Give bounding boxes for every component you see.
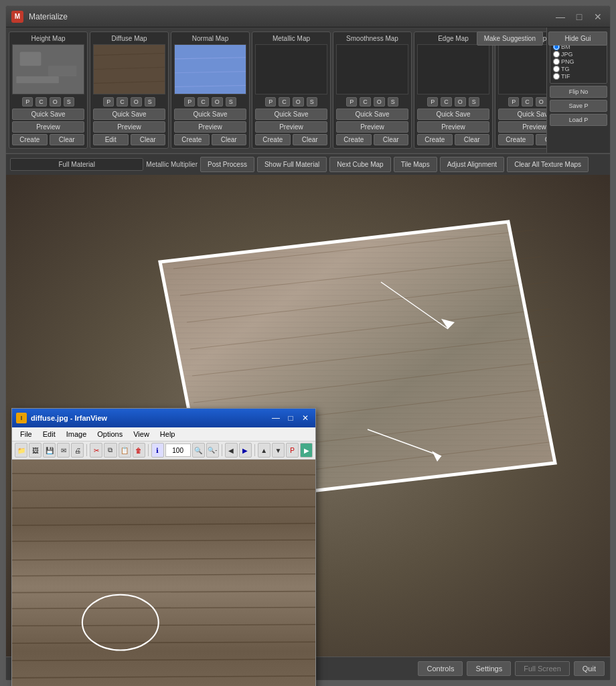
ao-create-btn[interactable]: Create: [498, 134, 534, 145]
ao-preview-btn[interactable]: Preview: [498, 121, 546, 133]
adjust-alignment-btn[interactable]: Adjust Alignment: [440, 157, 505, 172]
edge-create-btn[interactable]: Create: [417, 134, 453, 145]
height-quicksave-btn[interactable]: Quick Save: [12, 109, 84, 120]
format-tif-radio[interactable]: [553, 73, 560, 80]
ao-clear-btn[interactable]: Clear: [536, 134, 547, 145]
tile-maps-btn[interactable]: Tile Maps: [394, 157, 437, 172]
make-suggestion-button[interactable]: Make Suggestion: [477, 31, 543, 46]
iv-slideshow-btn[interactable]: ▶: [300, 443, 313, 458]
quit-btn[interactable]: Quit: [574, 661, 605, 676]
smoothness-clear-btn[interactable]: Clear: [374, 134, 409, 145]
iv-cut-btn[interactable]: ✂: [90, 443, 102, 458]
normal-clear-btn[interactable]: Clear: [212, 134, 247, 145]
ao-o-btn[interactable]: O: [536, 97, 546, 107]
full-screen-btn[interactable]: Full Screen: [515, 661, 570, 676]
ao-c-btn[interactable]: C: [522, 97, 533, 107]
iv-up-btn[interactable]: ▲: [258, 443, 271, 458]
format-tga-radio[interactable]: [553, 66, 560, 72]
maximize-button[interactable]: □: [572, 10, 586, 23]
irfanview-menu-edit[interactable]: Edit: [37, 429, 61, 439]
diffuse-edit-btn[interactable]: Edit: [93, 134, 129, 145]
iv-print-btn[interactable]: 🖨: [71, 443, 84, 458]
irfanview-menu-image[interactable]: Image: [61, 429, 92, 439]
post-process-btn[interactable]: Post Process: [200, 157, 254, 172]
edge-quicksave-btn[interactable]: Quick Save: [417, 109, 489, 120]
smoothness-p-btn[interactable]: P: [346, 97, 357, 107]
iv-zoom-out-btn[interactable]: 🔍-: [206, 443, 219, 458]
edge-preview-btn[interactable]: Preview: [417, 121, 489, 133]
normal-create-btn[interactable]: Create: [174, 134, 210, 145]
iv-email-btn[interactable]: ✉: [57, 443, 70, 458]
format-png-label[interactable]: PNG: [553, 58, 604, 65]
irfanview-menu-help[interactable]: Help: [155, 429, 181, 439]
metallic-o-btn[interactable]: O: [293, 97, 304, 107]
diffuse-preview-btn[interactable]: Preview: [93, 121, 165, 133]
irfanview-menu-options[interactable]: Options: [92, 429, 128, 439]
height-c-btn[interactable]: C: [35, 97, 47, 107]
iv-zoom-in-btn[interactable]: 🔍: [192, 443, 205, 458]
iv-down-btn[interactable]: ▼: [272, 443, 285, 458]
flip-normal-btn[interactable]: Flip No: [550, 86, 607, 98]
iv-prev-btn[interactable]: ◀: [225, 443, 238, 458]
settings-btn[interactable]: Settings: [467, 661, 511, 676]
smoothness-s-btn[interactable]: S: [388, 97, 398, 107]
normal-s-btn[interactable]: S: [226, 97, 236, 107]
controls-btn[interactable]: Controls: [418, 661, 463, 676]
irfanview-restore-btn[interactable]: □: [285, 412, 297, 424]
diffuse-quicksave-btn[interactable]: Quick Save: [93, 109, 165, 120]
iv-rotate-cw-btn[interactable]: P: [286, 443, 299, 458]
edge-o-btn[interactable]: O: [455, 97, 466, 107]
diffuse-s-btn[interactable]: S: [145, 97, 155, 107]
irfanview-minimize-btn[interactable]: —: [270, 412, 282, 424]
clear-all-texture-maps-btn[interactable]: Clear All Texture Maps: [507, 157, 589, 172]
diffuse-clear-btn[interactable]: Clear: [131, 134, 166, 145]
smoothness-c-btn[interactable]: C: [360, 97, 371, 107]
diffuse-p-btn[interactable]: P: [103, 97, 114, 107]
format-jpg-label[interactable]: JPG: [553, 51, 604, 58]
height-create-btn[interactable]: Create: [12, 134, 48, 145]
iv-save-btn[interactable]: 💾: [43, 443, 56, 458]
smoothness-quicksave-btn[interactable]: Quick Save: [336, 109, 408, 120]
format-tga-label[interactable]: TG: [553, 66, 604, 72]
irfanview-close-btn[interactable]: ✕: [299, 412, 311, 424]
edge-p-btn[interactable]: P: [427, 97, 438, 107]
metallic-quicksave-btn[interactable]: Quick Save: [255, 109, 327, 120]
show-full-material-btn[interactable]: Show Full Material: [257, 157, 327, 172]
ao-p-btn[interactable]: P: [508, 97, 519, 107]
normal-preview-btn[interactable]: Preview: [174, 121, 246, 133]
edge-clear-btn[interactable]: Clear: [455, 134, 490, 145]
irfanview-menu-view[interactable]: View: [128, 429, 155, 439]
iv-paste-btn[interactable]: 📋: [119, 443, 131, 458]
normal-c-btn[interactable]: C: [198, 97, 209, 107]
iv-thumbnail-btn[interactable]: 🖼: [29, 443, 42, 458]
iv-zoom-input[interactable]: [165, 443, 191, 457]
irfanview-menu-file[interactable]: File: [15, 429, 37, 439]
hide-gui-button[interactable]: Hide Gui: [548, 31, 607, 46]
metallic-p-btn[interactable]: P: [265, 97, 276, 107]
normal-o-btn[interactable]: O: [212, 97, 223, 107]
save-p-btn[interactable]: Save P: [550, 100, 607, 112]
height-preview-btn[interactable]: Preview: [12, 121, 84, 133]
height-clear-btn[interactable]: Clear: [50, 134, 85, 145]
iv-open-btn[interactable]: 📁: [15, 443, 27, 458]
height-o-btn[interactable]: O: [50, 97, 61, 107]
edge-s-btn[interactable]: S: [469, 97, 479, 107]
format-tif-label[interactable]: TIF: [553, 73, 604, 80]
ao-quicksave-btn[interactable]: Quick Save: [498, 109, 546, 120]
metallic-create-btn[interactable]: Create: [255, 134, 291, 145]
close-button[interactable]: ✕: [591, 10, 605, 23]
iv-copy-btn[interactable]: ⧉: [104, 443, 117, 458]
smoothness-create-btn[interactable]: Create: [336, 134, 372, 145]
iv-delete-btn[interactable]: 🗑: [133, 443, 145, 458]
metallic-preview-btn[interactable]: Preview: [255, 121, 327, 133]
height-s-btn[interactable]: S: [64, 97, 74, 107]
metallic-clear-btn[interactable]: Clear: [293, 134, 328, 145]
iv-info-btn[interactable]: ℹ: [151, 443, 164, 458]
minimize-button[interactable]: —: [554, 10, 567, 23]
format-jpg-radio[interactable]: [553, 51, 560, 58]
normal-quicksave-btn[interactable]: Quick Save: [174, 109, 246, 120]
diffuse-c-btn[interactable]: C: [117, 97, 128, 107]
metallic-s-btn[interactable]: S: [307, 97, 317, 107]
load-p-btn[interactable]: Load P: [550, 114, 607, 126]
smoothness-preview-btn[interactable]: Preview: [336, 121, 408, 133]
